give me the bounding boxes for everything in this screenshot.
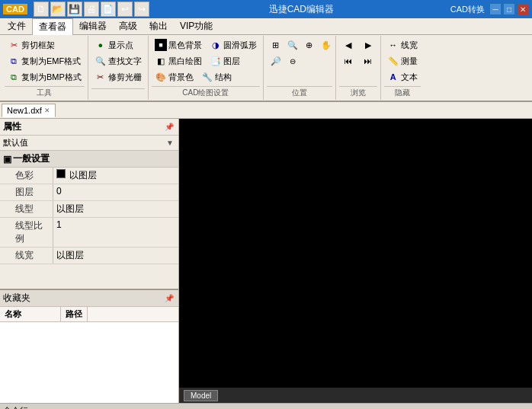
open-file-btn[interactable]: 📂 [50, 2, 66, 17]
loc-btn4[interactable]: ✋ [317, 37, 332, 53]
hidden-row2: 📏 测量 [384, 53, 421, 69]
prop-row-linewidth: 线宽 以图层 [0, 248, 178, 264]
cad-row3: 🎨 背景色 🔧 结构 [152, 69, 260, 85]
general-settings-header: ▣ 一般设置 [0, 151, 178, 168]
menu-file[interactable]: 文件 [2, 18, 32, 34]
ribbon-group-location: ⊞ 🔍 ⊕ ✋ 🔎 ⊖ 位置 [264, 36, 336, 100]
collapse-icon[interactable]: ▣ [3, 154, 11, 165]
browse-buttons: ◀ ▶ ⏮ ⏭ [339, 37, 377, 85]
location-group-label: 位置 [267, 86, 332, 98]
copy-bmp-btn[interactable]: ⧉ 复制为BMP格式 [5, 69, 85, 85]
loc-btn2[interactable]: 🔍 [284, 37, 299, 53]
file-tab-close[interactable]: ✕ [44, 107, 50, 114]
find-text-btn[interactable]: 🔍 查找文字 [91, 53, 145, 69]
loc-btn5[interactable]: 🔎 [267, 53, 282, 69]
loc-btn1[interactable]: ⊞ [267, 37, 282, 53]
next-page-btn[interactable]: ▶ [359, 37, 377, 53]
canvas-footer: Model [179, 388, 532, 403]
black-bg-icon: ■ [155, 39, 167, 51]
prop-layer-value[interactable]: 0 [53, 184, 178, 200]
loc-row1: ⊞ 🔍 ⊕ ✋ [267, 37, 332, 53]
linewidth-icon: ↔ [387, 39, 399, 51]
properties-content: ▣ 一般设置 色彩 以图层 图层 0 线型 [0, 151, 178, 289]
menu-editor[interactable]: 编辑器 [73, 18, 113, 34]
loc-btn6[interactable]: ⊖ [284, 53, 299, 69]
color-value-text: 以图层 [69, 170, 97, 181]
location-buttons: ⊞ 🔍 ⊕ ✋ 🔎 ⊖ [267, 37, 332, 85]
menu-output[interactable]: 输出 [143, 18, 174, 34]
title-right: CAD转换 ─ □ ✕ [450, 3, 529, 15]
canvas-main[interactable] [179, 119, 532, 388]
hand-icon: ✋ [320, 39, 332, 51]
file-tab[interactable]: New1.dxf ✕ [2, 104, 56, 117]
view-group-label [91, 88, 145, 98]
save-file-btn[interactable]: 💾 [67, 2, 82, 17]
menu-advanced[interactable]: 高级 [113, 18, 143, 34]
title-bar: CAD 🗋 📂 💾 🖨 📄 ↩ ↪ 迅捷CAD编辑器 CAD转换 ─ □ ✕ [0, 0, 532, 18]
prev-page-btn[interactable]: ◀ [339, 37, 357, 53]
cad-settings-buttons: ■ 黑色背景 ◑ 圆滑弧形 ◧ 黑白绘图 📑 图层 [152, 37, 260, 85]
text-btn[interactable]: A 文本 [384, 69, 421, 85]
prop-color-value[interactable]: 以图层 [53, 168, 178, 184]
find-icon: 🔍 [95, 55, 107, 67]
ribbon-group-tools: ✂ 剪切框架 ⧉ 复制为EMF格式 ⧉ 复制为BMP格式 工具 [2, 36, 88, 100]
close-button[interactable]: ✕ [517, 3, 529, 15]
loc-row2: 🔎 ⊖ [267, 53, 332, 69]
file-tab-bar: New1.dxf ✕ [0, 102, 532, 119]
left-panel: 属性 📌 默认值 ▼ ▣ 一般设置 色彩 [0, 119, 179, 403]
properties-pin-btn[interactable]: 📌 [163, 122, 175, 132]
print-btn[interactable]: 🖨 [84, 2, 99, 17]
new-file-btn[interactable]: 🗋 [34, 2, 49, 17]
text-icon: A [387, 71, 399, 83]
hidden-group-label: 隐藏 [384, 86, 421, 98]
ribbon-group-cad-settings: ■ 黑色背景 ◑ 圆滑弧形 ◧ 黑白绘图 📑 图层 [149, 36, 264, 100]
canvas-area: Model [179, 119, 532, 403]
first-page-btn[interactable]: ⏮ [339, 53, 357, 69]
tools-buttons: ✂ 剪切框架 ⧉ 复制为EMF格式 ⧉ 复制为BMP格式 [5, 37, 85, 85]
ribbon-group-browse: ◀ ▶ ⏮ ⏭ 浏览 [336, 36, 381, 100]
cad-logo: CAD [3, 4, 27, 14]
maximize-button[interactable]: □ [503, 3, 515, 15]
print2-btn[interactable]: 📄 [101, 2, 116, 17]
favorites-pin-btn[interactable]: 📌 [163, 293, 175, 303]
default-value-label: 默认值 [3, 137, 28, 149]
arrow-left-icon: ◀ [342, 39, 354, 51]
dot-icon: ● [95, 39, 107, 51]
browse-row2: ⏮ ⏭ [339, 53, 377, 69]
trim-raster-btn[interactable]: ✂ 修剪光栅 [91, 69, 145, 85]
last-page-btn[interactable]: ⏭ [359, 53, 377, 69]
linewidth-btn[interactable]: ↔ 线宽 [384, 37, 421, 53]
menu-viewer[interactable]: 查看器 [32, 18, 73, 35]
structure-icon: 🔧 [201, 71, 213, 83]
cut-frame-btn[interactable]: ✂ 剪切框架 [5, 37, 58, 53]
bw-draw-btn[interactable]: ◧ 黑白绘图 [152, 53, 205, 69]
smooth-arc-btn[interactable]: ◑ 圆滑弧形 [207, 37, 260, 53]
loc-btn3[interactable]: ⊕ [300, 37, 316, 53]
cad-row2: ◧ 黑白绘图 📑 图层 [152, 53, 260, 69]
prop-linewidth-value[interactable]: 以图层 [53, 248, 178, 264]
structure-btn[interactable]: 🔧 结构 [198, 69, 235, 85]
redo-btn[interactable]: ↪ [134, 2, 149, 17]
favorites-title: 收藏夹 [3, 292, 30, 305]
minimize-button[interactable]: ─ [489, 3, 502, 15]
prop-linetype-value[interactable]: 以图层 [53, 201, 178, 217]
layer-btn[interactable]: 📑 图层 [207, 53, 243, 69]
copy-emf-btn[interactable]: ⧉ 复制为EMF格式 [5, 53, 84, 69]
bg-color-btn[interactable]: 🎨 背景色 [152, 69, 197, 85]
cad-convert-label: CAD转换 [450, 4, 485, 15]
prop-linescale-value[interactable]: 1 [53, 218, 178, 247]
show-points-btn[interactable]: ● 显示点 [91, 37, 136, 53]
properties-subheader: 默认值 ▼ [0, 136, 178, 151]
prop-linescale-name: 线型比例 [0, 218, 53, 247]
hidden-buttons: ↔ 线宽 📏 测量 A 文本 [384, 37, 421, 85]
model-tab[interactable]: Model [184, 390, 218, 401]
menu-vip[interactable]: VIP功能 [174, 18, 219, 34]
measure-btn[interactable]: 📏 测量 [384, 53, 421, 69]
undo-btn[interactable]: ↩ [117, 2, 133, 17]
view-row2: 🔍 查找文字 [91, 53, 145, 69]
loc-btn7[interactable] [300, 59, 316, 62]
general-settings-label: 一般设置 [13, 152, 50, 165]
black-bg-btn[interactable]: ■ 黑色背景 [152, 37, 205, 53]
tools-row2: ⧉ 复制为EMF格式 [5, 53, 85, 69]
default-dropdown-btn[interactable]: ▼ [165, 138, 175, 148]
